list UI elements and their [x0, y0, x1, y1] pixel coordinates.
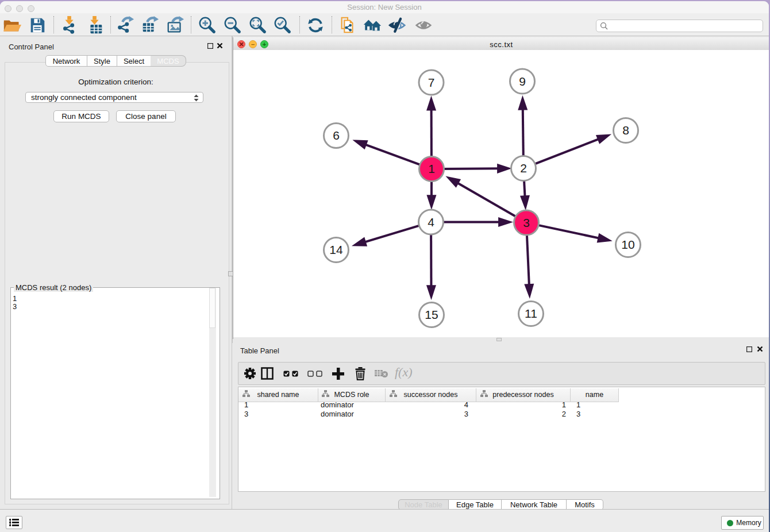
svg-text:10: 10 — [621, 238, 634, 251]
svg-text:15: 15 — [425, 308, 438, 321]
svg-text:14: 14 — [329, 243, 343, 256]
svg-text:11: 11 — [525, 307, 537, 320]
svg-text:3: 3 — [523, 216, 530, 229]
svg-text:7: 7 — [428, 76, 435, 89]
svg-text:6: 6 — [333, 129, 340, 142]
svg-text:9: 9 — [519, 75, 526, 88]
svg-text:2: 2 — [520, 161, 527, 175]
svg-text:8: 8 — [622, 124, 629, 137]
svg-text:4: 4 — [428, 215, 434, 229]
svg-text:1: 1 — [428, 162, 435, 175]
